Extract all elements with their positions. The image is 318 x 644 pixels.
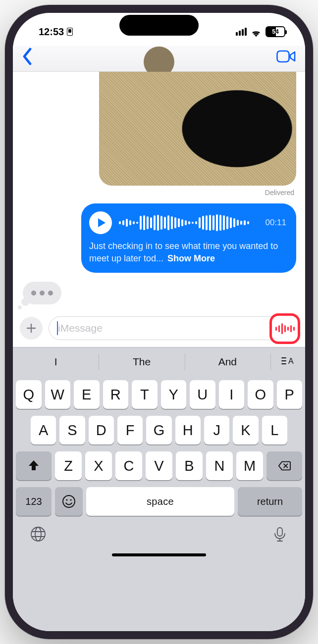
voice-message-button[interactable]: [269, 313, 300, 344]
wifi-icon: [251, 28, 262, 36]
conversation-header: Rhett 〉: [13, 46, 305, 72]
suggestion-1[interactable]: I: [13, 347, 99, 376]
return-key[interactable]: return: [238, 487, 302, 516]
cellular-icon: [236, 28, 247, 36]
key-a[interactable]: A: [31, 416, 56, 445]
audio-waveform[interactable]: [119, 213, 258, 232]
keyboard: I The And A QWERTYUIOP ASDFGHJKL ZXCVBNM: [13, 347, 305, 631]
show-more-button[interactable]: Show More: [167, 253, 215, 263]
key-t[interactable]: T: [132, 380, 158, 409]
key-row-3: ZXCVBNM: [16, 451, 302, 480]
key-i[interactable]: I: [219, 380, 245, 409]
home-indicator[interactable]: [112, 553, 206, 556]
text-caret: [57, 321, 58, 335]
message-thread[interactable]: Delivered 00:11 Just checking in to see …: [13, 72, 305, 311]
key-m[interactable]: M: [236, 451, 263, 480]
svg-point-4: [70, 499, 71, 501]
play-button[interactable]: [89, 211, 112, 234]
battery-icon: 54: [265, 26, 285, 37]
svg-rect-7: [277, 528, 282, 536]
key-n[interactable]: N: [206, 451, 233, 480]
key-row-1: QWERTYUIOP: [16, 380, 302, 409]
suggestion-3[interactable]: And: [185, 347, 270, 376]
back-button[interactable]: [22, 48, 33, 67]
delivery-status: Delivered: [265, 189, 294, 197]
numbers-key[interactable]: 123: [16, 487, 52, 516]
voice-wave-icon: [275, 323, 295, 334]
svg-point-6: [35, 527, 41, 541]
svg-point-2: [63, 495, 75, 507]
globe-key[interactable]: [30, 526, 47, 545]
compose-bar: [13, 311, 305, 347]
backspace-key[interactable]: [266, 451, 302, 480]
svg-point-5: [31, 527, 45, 541]
sent-image-message[interactable]: [99, 72, 296, 186]
suggestion-2[interactable]: The: [99, 347, 184, 376]
key-u[interactable]: U: [190, 380, 215, 409]
key-c[interactable]: C: [115, 451, 142, 480]
key-q[interactable]: Q: [16, 380, 42, 409]
key-y[interactable]: Y: [161, 380, 187, 409]
key-s[interactable]: S: [59, 416, 85, 445]
key-h[interactable]: H: [175, 416, 201, 445]
iphone-frame: 12:53 54: [5, 5, 313, 639]
key-v[interactable]: V: [146, 451, 172, 480]
sent-audio-message[interactable]: 00:11 Just checking in to see what time …: [81, 203, 296, 273]
svg-text:A: A: [288, 357, 294, 365]
key-z[interactable]: Z: [55, 451, 82, 480]
space-key[interactable]: space: [86, 487, 234, 516]
key-l[interactable]: L: [262, 416, 287, 445]
facetime-button[interactable]: [276, 50, 296, 65]
predictive-bar: I The And A: [13, 347, 305, 376]
key-b[interactable]: B: [176, 451, 203, 480]
key-g[interactable]: G: [146, 416, 171, 445]
status-time: 12:53: [39, 26, 64, 38]
audio-duration: 00:11: [265, 218, 286, 228]
key-e[interactable]: E: [74, 380, 100, 409]
text-format-button[interactable]: A: [270, 347, 305, 376]
apps-plus-button[interactable]: [20, 317, 43, 340]
shift-key[interactable]: [16, 451, 52, 480]
key-row-bottom: 123 space return: [16, 487, 302, 516]
key-j[interactable]: J: [204, 416, 229, 445]
audio-transcript: Just checking in to see what time you wa…: [89, 240, 286, 265]
key-o[interactable]: O: [248, 380, 273, 409]
svg-point-3: [66, 499, 67, 501]
dual-sim-icon: [67, 28, 73, 36]
emoji-key[interactable]: [55, 487, 83, 516]
key-d[interactable]: D: [89, 416, 114, 445]
key-row-2: ASDFGHJKL: [16, 416, 302, 445]
message-input[interactable]: [49, 316, 298, 340]
key-k[interactable]: K: [233, 416, 258, 445]
dynamic-island: [119, 15, 199, 36]
key-x[interactable]: X: [85, 451, 112, 480]
screen: 12:53 54: [13, 13, 305, 631]
key-p[interactable]: P: [277, 380, 303, 409]
battery-percent: 54: [266, 27, 284, 36]
key-f[interactable]: F: [117, 416, 143, 445]
keyboard-bottom-bar: [13, 519, 305, 549]
svg-rect-0: [277, 51, 289, 62]
dictation-key[interactable]: [271, 526, 288, 545]
key-r[interactable]: R: [103, 380, 129, 409]
key-w[interactable]: W: [45, 380, 71, 409]
typing-indicator: [23, 282, 61, 304]
